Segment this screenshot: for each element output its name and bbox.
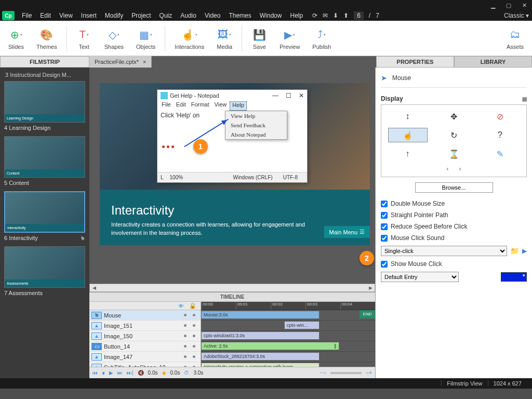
timeline-clip[interactable]: cptx-win... <box>284 321 320 329</box>
cursor-hand[interactable]: ☝ <box>388 128 428 142</box>
timeline-layer[interactable]: ▲Image_151 <box>89 321 201 331</box>
cursor-prev[interactable]: ‹ <box>447 165 449 172</box>
tl-ff[interactable]: ⏭ <box>117 370 123 376</box>
menu-help[interactable]: Help <box>286 12 307 19</box>
library-tab[interactable]: LIBRARY <box>454 56 532 68</box>
tl-end[interactable]: ⏭| <box>127 370 134 376</box>
notepad-window[interactable]: Get Help - Notepad — ☐ ✕ File Edit Forma… <box>157 89 308 183</box>
cursor-next[interactable]: › <box>459 165 461 172</box>
shapes-button[interactable]: ◇▾Shapes <box>98 23 130 54</box>
timeline-clip[interactable]: AdobeStock_288218704:3.0s <box>201 352 320 361</box>
timeline-clip[interactable]: Mouse:3.0s <box>201 311 320 319</box>
notepad-close[interactable]: ✕ <box>299 92 304 99</box>
scroll-left[interactable]: ◀ <box>90 285 98 290</box>
click-sound-select[interactable]: Single-click <box>381 246 507 256</box>
preview-button[interactable]: ▶▾Preview <box>273 23 306 54</box>
play-sound-icon[interactable]: ▶ <box>522 247 527 255</box>
tl-zoom-in[interactable]: ○+ <box>366 370 372 376</box>
slides-button[interactable]: ⊕▾Slides <box>2 23 30 54</box>
menu-edit[interactable]: Edit <box>36 12 55 19</box>
np-menu-edit[interactable]: Edit <box>174 101 188 111</box>
timeline-track[interactable]: Mouse:3.0sEND <box>201 310 375 321</box>
cursor-busy-arrow[interactable]: ↻ <box>434 128 474 142</box>
cursor-eyedrop[interactable]: ✎ <box>481 147 520 161</box>
filmstrip-slide-6[interactable]: Interactivity6 Interactivity🖱 <box>4 191 85 241</box>
media-button[interactable]: 🖼▾Media <box>210 23 238 54</box>
timeline-tracks[interactable]: 00:00 00:01 00:02 00:03 00:04 Mouse:3.0s… <box>201 302 375 367</box>
assets-button[interactable]: 🗂Assets <box>500 23 530 54</box>
cursor-wait[interactable]: ⌛ <box>434 147 474 161</box>
filmstrip-slide-5[interactable]: Content5 Content <box>4 136 85 186</box>
section-options-icon[interactable]: ▤ <box>522 96 527 102</box>
maximize-button[interactable]: ▢ <box>501 1 516 10</box>
mail-icon[interactable]: ✉ <box>323 12 328 19</box>
np-dd-feedback[interactable]: Send Feedback <box>225 121 287 130</box>
workspace-selector[interactable]: Classic ▾ <box>504 12 529 19</box>
timeline-track[interactable]: AdobeStock_288218704:3.0s <box>201 352 375 362</box>
timeline-track[interactable]: cptx-window01:3.0s <box>201 331 375 341</box>
canvas-hscrollbar[interactable]: ◀ ▶ <box>89 284 375 292</box>
click-color-swatch[interactable] <box>501 272 527 282</box>
lock-column-icon[interactable]: 🔒 <box>189 302 196 309</box>
menu-audio[interactable]: Audio <box>176 12 201 19</box>
tl-play[interactable]: ▶ <box>109 370 113 376</box>
text-button[interactable]: T▾Text <box>70 23 98 54</box>
callout-1[interactable]: 1 <box>193 139 208 154</box>
timeline-layer[interactable]: ▲Image_147 <box>89 352 201 362</box>
notepad-minimize[interactable]: — <box>272 92 278 99</box>
close-button[interactable]: ✕ <box>516 1 532 10</box>
np-menu-file[interactable]: File <box>159 101 173 111</box>
menu-insert[interactable]: Insert <box>77 12 101 19</box>
timeline-header[interactable]: TIMELINE <box>89 292 375 302</box>
timeline-clip[interactable]: cptx-window01:3.0s <box>201 331 320 340</box>
timeline-track[interactable]: cptx-win... <box>201 321 375 331</box>
timeline-ruler[interactable]: 00:00 00:01 00:02 00:03 00:04 <box>201 302 375 310</box>
interactions-button[interactable]: ☝▾Interactions <box>168 23 210 54</box>
tl-zoom-out[interactable]: −○ <box>320 370 326 376</box>
np-dd-about[interactable]: About Notepad <box>225 130 287 139</box>
themes-button[interactable]: 🎨Themes <box>30 23 63 54</box>
current-slide-number[interactable]: 6 <box>354 11 364 20</box>
timeline-track[interactable]: Interactivity creates a connection with … <box>201 362 375 367</box>
filmstrip-slide-4[interactable]: Learning Design4 Learning Design <box>4 81 85 131</box>
timeline-track[interactable]: Active: 2.5s∥ <box>201 341 375 352</box>
sync-icon[interactable]: ⟳ <box>312 12 317 19</box>
minimize-button[interactable]: ▁ <box>485 1 501 10</box>
document-tab-close[interactable]: × <box>143 59 146 65</box>
menu-window[interactable]: Window <box>256 12 286 19</box>
timeline-layer[interactable]: 🖱Mouse <box>89 310 201 321</box>
mouse-click-sound-check[interactable] <box>381 235 388 242</box>
timeline-clip[interactable]: Active: 2.5s∥ <box>201 342 339 350</box>
cursor-no[interactable]: ⊘ <box>481 109 520 124</box>
menu-video[interactable]: Video <box>201 12 224 19</box>
notepad-maximize[interactable]: ☐ <box>286 92 291 99</box>
menu-project[interactable]: Project <box>127 12 155 19</box>
tl-rewind[interactable]: ⏮ <box>92 370 98 376</box>
timeline-layer[interactable]: ▭Button_14 <box>89 341 201 352</box>
document-tab[interactable]: PracticeFile.cptx* × <box>89 56 152 68</box>
np-menu-help[interactable]: Help <box>230 101 247 111</box>
menu-quiz[interactable]: Quiz <box>155 12 177 19</box>
tl-mute[interactable]: 🔇 <box>138 370 144 376</box>
scroll-right[interactable]: ▶ <box>366 285 375 290</box>
timeline-layer[interactable]: ▲Image_150 <box>89 331 201 341</box>
np-dd-viewhelp[interactable]: View Help <box>225 111 287 121</box>
cursor-up[interactable]: ↑ <box>388 147 428 161</box>
slide-stage[interactable]: Get Help - Notepad — ☐ ✕ File Edit Forma… <box>100 83 370 245</box>
visibility-column-icon[interactable]: 👁 <box>178 303 184 309</box>
menu-view[interactable]: View <box>55 12 77 19</box>
timeline-end-marker[interactable]: END <box>360 310 375 318</box>
menu-themes[interactable]: Themes <box>224 12 255 19</box>
properties-tab[interactable]: PROPERTIES <box>376 56 454 68</box>
straight-path-check[interactable] <box>381 212 388 219</box>
menu-modify[interactable]: Modify <box>101 12 127 19</box>
double-mouse-size-check[interactable] <box>381 201 388 207</box>
cursor-resize-v[interactable]: ↕ <box>388 109 428 124</box>
show-mouse-click-check[interactable] <box>381 261 388 268</box>
main-menu-button[interactable]: Main Menu☰ <box>324 226 370 238</box>
save-button[interactable]: 💾Save <box>245 23 273 54</box>
browse-cursor-button[interactable]: Browse... <box>415 182 493 193</box>
filmstrip-slide-7[interactable]: Assessments7 Assessments <box>4 246 85 296</box>
np-menu-view[interactable]: View <box>212 101 229 111</box>
timeline-layer[interactable]: ▲SubTitle_AutoShape_10 <box>89 362 201 367</box>
